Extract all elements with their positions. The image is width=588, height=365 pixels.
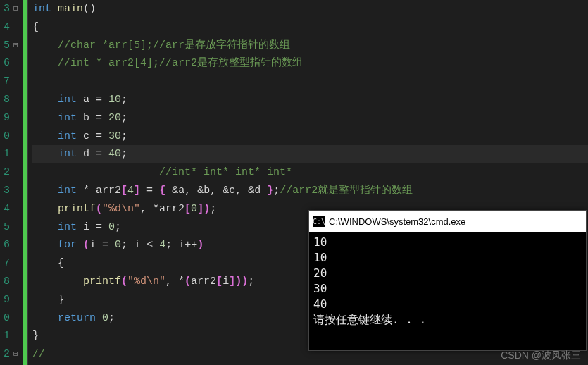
code-line[interactable]: { xyxy=(32,18,588,37)
console-title-text: C:\WINDOWS\system32\cmd.exe xyxy=(329,216,465,227)
line-num: 0 xyxy=(0,128,10,146)
code-line[interactable]: int b = 20; xyxy=(32,109,588,128)
code-line[interactable]: int c = 30; xyxy=(32,128,588,146)
line-num: 6 xyxy=(0,236,10,254)
line-num: 0 xyxy=(0,309,10,328)
code-line[interactable]: int a = 10; xyxy=(32,91,588,109)
watermark: CSDN @波风张三 xyxy=(501,349,581,362)
fold-minus-icon[interactable]: ⊟ xyxy=(13,40,18,49)
fold-column[interactable]: ⊟ ⊟ ⊟ xyxy=(13,0,23,365)
code-line[interactable]: //int * arr2[4];//arr2是存放整型指针的数组 xyxy=(32,54,588,73)
fold-minus-icon[interactable]: ⊟ xyxy=(13,349,18,358)
line-num: 2 xyxy=(0,345,10,364)
line-num: 8 xyxy=(0,91,10,109)
code-line[interactable]: int * arr2[4] = { &a, &b, &c, &d };//arr… xyxy=(32,182,588,200)
line-num: 5 xyxy=(0,37,10,55)
line-number-gutter: 3 4 5 6 7 8 9 0 1 2 3 4 5 6 7 8 9 0 1 2 xyxy=(0,0,13,365)
line-num: 1 xyxy=(0,145,10,163)
code-line[interactable]: int main() xyxy=(32,0,588,18)
line-num: 3 xyxy=(0,182,10,200)
cmd-icon: C:\ xyxy=(313,216,325,227)
line-num: 5 xyxy=(0,218,10,237)
code-line[interactable] xyxy=(32,73,588,91)
line-num: 4 xyxy=(0,200,10,218)
fold-minus-icon[interactable]: ⊟ xyxy=(13,4,18,13)
line-num: 7 xyxy=(0,73,10,91)
line-num: 6 xyxy=(0,54,10,73)
line-num: 8 xyxy=(0,273,10,291)
line-num: 1 xyxy=(0,327,10,345)
code-line[interactable]: int d = 40; xyxy=(32,145,588,163)
code-line[interactable]: //int* int* int* int* xyxy=(32,163,588,182)
line-num: 4 xyxy=(0,18,10,37)
line-num: 7 xyxy=(0,254,10,273)
line-num: 3 xyxy=(0,0,10,18)
code-line[interactable]: //char *arr[5];//arr是存放字符指针的数组 xyxy=(32,37,588,55)
line-num: 9 xyxy=(0,291,10,309)
line-num: 2 xyxy=(0,163,10,182)
console-window[interactable]: C:\ C:\WINDOWS\system32\cmd.exe 10 10 20… xyxy=(308,210,587,351)
console-output[interactable]: 10 10 20 30 40 请按任意键继续. . . xyxy=(309,232,586,330)
console-titlebar[interactable]: C:\ C:\WINDOWS\system32\cmd.exe xyxy=(309,211,586,232)
line-num: 9 xyxy=(0,109,10,128)
